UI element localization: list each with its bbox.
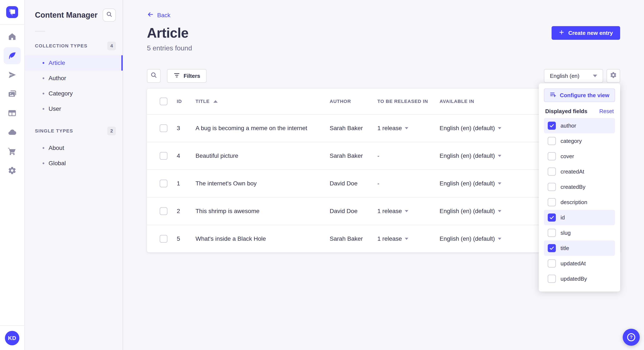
create-new-entry-button[interactable]: Create new entry xyxy=(552,26,620,40)
field-label: createdBy xyxy=(560,184,586,190)
sidebar-item-category[interactable]: Category xyxy=(25,86,123,101)
column-header-title[interactable]: TITLE xyxy=(196,99,330,104)
cloud-icon xyxy=(8,128,17,137)
configure-list-icon xyxy=(550,91,556,100)
row-checkbox[interactable] xyxy=(160,124,168,132)
cell-released: - xyxy=(377,180,440,187)
field-option-description[interactable]: description xyxy=(544,194,615,210)
field-option-author[interactable]: author xyxy=(544,118,615,133)
checkbox-checked-icon[interactable] xyxy=(548,122,556,130)
checkbox-unchecked[interactable] xyxy=(548,152,556,160)
locale-value: English (en) xyxy=(550,73,580,79)
shopping-cart-icon xyxy=(8,147,16,156)
chevron-down-icon xyxy=(498,182,501,184)
strapi-logo[interactable] xyxy=(6,6,18,18)
gear-icon xyxy=(610,71,617,80)
view-settings-button[interactable] xyxy=(606,69,620,83)
checkbox-unchecked[interactable] xyxy=(548,198,556,206)
row-checkbox[interactable] xyxy=(160,235,168,243)
cell-title: What's inside a Black Hole xyxy=(196,235,330,242)
media-library-icon xyxy=(8,89,17,99)
locale-select[interactable]: English (en) xyxy=(544,69,603,83)
section-label: SINGLE TYPES xyxy=(35,128,73,134)
sidebar-item-about[interactable]: About xyxy=(25,140,123,156)
rail-bottom: KD xyxy=(0,325,24,350)
field-label: updatedAt xyxy=(560,260,586,267)
rail-item-releases[interactable] xyxy=(4,66,21,83)
field-option-category[interactable]: category xyxy=(544,133,615,149)
cell-released[interactable]: 1 release xyxy=(377,235,440,242)
sidebar-item-article[interactable]: Article xyxy=(25,55,123,71)
cell-author: David Doe xyxy=(330,180,377,187)
cell-released[interactable]: 1 release xyxy=(377,125,440,132)
chevron-down-icon xyxy=(405,127,408,129)
field-option-updatedBy[interactable]: updatedBy xyxy=(544,271,615,286)
checkbox-unchecked[interactable] xyxy=(548,275,556,283)
column-header-author: AUTHOR xyxy=(330,99,377,104)
chevron-down-icon xyxy=(405,210,408,212)
page-title: Article xyxy=(147,25,188,41)
row-checkbox[interactable] xyxy=(160,207,168,215)
field-option-createdBy[interactable]: createdBy xyxy=(544,179,615,194)
subnav-search-button[interactable] xyxy=(103,8,116,22)
checkbox-unchecked[interactable] xyxy=(548,229,556,237)
rail-item-cloud[interactable] xyxy=(4,124,21,141)
checkbox-unchecked[interactable] xyxy=(548,259,556,268)
back-link[interactable]: Back xyxy=(147,11,170,19)
subnav-title: Content Manager xyxy=(35,9,98,21)
checkbox-unchecked[interactable] xyxy=(548,183,556,191)
cell-author: Sarah Baker xyxy=(330,235,377,242)
help-button[interactable]: ? xyxy=(623,329,640,346)
field-option-updatedAt[interactable]: updatedAt xyxy=(544,256,615,271)
rail-item-content-type-builder[interactable] xyxy=(4,105,21,122)
subnav: Content Manager COLLECTION TYPES 4 Artic… xyxy=(25,0,123,350)
user-avatar[interactable]: KD xyxy=(5,331,20,345)
cell-released[interactable]: 1 release xyxy=(377,208,440,214)
toolbar: Filters English (en) xyxy=(147,69,620,83)
field-option-createdAt[interactable]: createdAt xyxy=(544,164,615,179)
rail-item-settings[interactable] xyxy=(4,162,21,179)
sidebar-item-user[interactable]: User xyxy=(25,101,123,117)
table-search-button[interactable] xyxy=(147,69,160,83)
checkbox-unchecked[interactable] xyxy=(548,168,556,176)
row-checkbox[interactable] xyxy=(160,152,168,160)
sidebar-item-author[interactable]: Author xyxy=(25,71,123,86)
field-option-cover[interactable]: cover xyxy=(544,149,615,164)
field-label: author xyxy=(560,123,576,129)
bullet-icon xyxy=(42,163,44,164)
bullet-icon xyxy=(42,93,44,94)
rail-item-media-library[interactable] xyxy=(4,85,21,103)
layout-icon xyxy=(8,109,16,118)
plus-icon xyxy=(559,29,564,37)
logo-wrap xyxy=(0,0,24,25)
chevron-down-icon xyxy=(593,75,597,77)
rail-item-content-manager[interactable] xyxy=(4,47,21,64)
section-label: COLLECTION TYPES xyxy=(35,43,88,49)
chevron-down-icon xyxy=(405,238,408,240)
rail-item-home[interactable] xyxy=(4,28,21,45)
cell-title: Beautiful picture xyxy=(196,153,330,159)
main-content: Back Article Create new entry 5 entries … xyxy=(123,0,644,350)
search-icon xyxy=(106,11,112,19)
arrow-left-icon xyxy=(147,11,154,19)
field-label: description xyxy=(560,199,587,206)
select-all-checkbox[interactable] xyxy=(160,98,168,105)
section-single-types: SINGLE TYPES 2 About Global xyxy=(25,127,123,171)
gear-icon xyxy=(8,166,16,175)
checkbox-unchecked[interactable] xyxy=(548,137,556,145)
checkbox-checked-icon[interactable] xyxy=(548,244,556,252)
configure-the-view-button[interactable]: Configure the view xyxy=(544,88,615,102)
back-label: Back xyxy=(157,12,170,19)
field-label: id xyxy=(560,214,565,221)
field-option-title[interactable]: title xyxy=(544,240,615,256)
chevron-down-icon xyxy=(498,210,501,212)
filters-button[interactable]: Filters xyxy=(167,69,206,83)
field-option-slug[interactable]: slug xyxy=(544,225,615,240)
sort-ascending-icon xyxy=(214,100,218,103)
rail-item-marketplace[interactable] xyxy=(4,143,21,160)
row-checkbox[interactable] xyxy=(160,180,168,187)
sidebar-item-global[interactable]: Global xyxy=(25,156,123,171)
reset-link[interactable]: Reset xyxy=(599,108,614,115)
checkbox-checked-icon[interactable] xyxy=(548,213,556,222)
field-option-id[interactable]: id xyxy=(544,210,615,225)
